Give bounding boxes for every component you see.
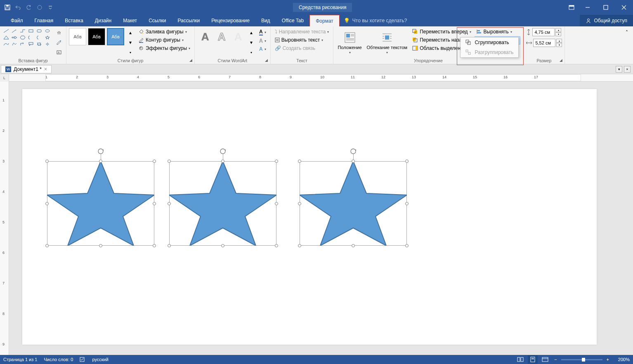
shape-style-3[interactable]: Абв (107, 28, 124, 45)
shape-curve-icon[interactable] (2, 41, 10, 47)
shape-ellipse-icon[interactable] (44, 28, 51, 34)
resize-handle-bl[interactable] (45, 244, 49, 247)
resize-handle-tr[interactable] (405, 160, 409, 163)
tab-file[interactable]: Файл (5, 15, 29, 26)
shape-fill-button[interactable]: Заливка фигуры▾ (137, 28, 192, 35)
text-effects-button[interactable]: A▾ (257, 45, 268, 53)
resize-handle-t[interactable] (99, 160, 102, 163)
wrap-text-button[interactable]: Обтекание текстом▾ (365, 28, 409, 57)
resize-handle-t[interactable] (352, 160, 355, 163)
shapes-more-button[interactable] (54, 28, 64, 37)
ruler-corner[interactable]: L (0, 74, 9, 82)
resize-handle-br[interactable] (153, 244, 156, 247)
bring-forward-button[interactable]: Переместить вперед▾ (411, 28, 472, 35)
star-shape-2[interactable] (169, 161, 276, 246)
shape-bracket-icon[interactable] (27, 35, 35, 40)
resize-handle-tl[interactable] (45, 160, 49, 163)
shape-styles-launcher[interactable]: ◢ (188, 57, 194, 63)
wordart-launcher[interactable]: ◢ (264, 57, 269, 63)
tab-mailings[interactable]: Рассылки (172, 15, 205, 26)
width-input[interactable]: 5,52 см (533, 39, 555, 47)
star-shape-3[interactable] (300, 161, 407, 246)
shape-style-2[interactable]: Абв (88, 28, 105, 45)
shape-sun-icon[interactable] (44, 41, 51, 47)
resize-handle-b[interactable] (221, 244, 224, 247)
star-shape-1[interactable] (47, 161, 154, 246)
tab-review[interactable]: Рецензирование (205, 15, 255, 26)
wordart-style-2[interactable]: A (214, 28, 229, 45)
resize-handle-br[interactable] (405, 244, 409, 247)
save-icon[interactable] (3, 3, 12, 12)
resize-handle-l[interactable] (45, 202, 49, 205)
shape-triangle-icon[interactable] (2, 35, 10, 40)
edit-shape-button[interactable] (54, 38, 64, 47)
collapse-ribbon-button[interactable]: ˄ (622, 28, 631, 37)
align-objects-button[interactable]: Выровнять▾ (475, 28, 521, 35)
tab-references[interactable]: Ссылки (143, 15, 172, 26)
resize-handle-l[interactable] (168, 202, 171, 205)
doctabs-close-button[interactable]: × (624, 66, 631, 73)
resize-handle-br[interactable] (275, 244, 278, 247)
shape-connector-icon[interactable] (19, 28, 26, 34)
tab-layout[interactable]: Макет (117, 15, 143, 26)
close-button[interactable] (615, 0, 633, 15)
shape-outline-button[interactable]: Контур фигуры▾ (137, 36, 192, 44)
maximize-button[interactable] (597, 0, 615, 15)
group-item-group[interactable]: Сгруппировать (461, 38, 518, 47)
shape-rect-icon[interactable] (27, 28, 35, 34)
shapes-gallery[interactable] (2, 28, 51, 57)
resize-handle-bl[interactable] (298, 244, 301, 247)
document-tab[interactable]: W Документ1 * × (1, 65, 52, 73)
shape-arrow-icon[interactable] (11, 28, 18, 34)
align-text-button[interactable]: Выровнять текст▾ (273, 36, 331, 44)
resize-handle-r[interactable] (153, 202, 156, 205)
ribbon-display-options-icon[interactable] (565, 0, 579, 15)
doctab-close-button[interactable]: × (44, 66, 47, 72)
height-down-button[interactable]: ▾ (555, 32, 561, 36)
shape-brace-icon[interactable] (35, 35, 43, 40)
vertical-ruler[interactable]: document.write([1,2,3,4,5,6,7,8,9].map((… (0, 82, 9, 355)
shape-arrow-right-icon[interactable] (11, 35, 18, 40)
position-button[interactable]: Положение▾ (336, 28, 363, 57)
shape-effects-button[interactable]: Эффекты фигуры▾ (137, 45, 192, 52)
document-area[interactable]: document.write([1,2,3,4,5,6,7,8,9].map((… (0, 82, 633, 355)
tell-me-search[interactable]: 💡 Что вы хотите сделать? (340, 15, 411, 26)
shape-roundrect-icon[interactable] (35, 28, 43, 34)
tab-view[interactable]: Вид (255, 15, 276, 26)
share-button[interactable]: Общий доступ (580, 15, 633, 26)
text-box-button[interactable]: A (54, 48, 64, 57)
resize-handle-b[interactable] (352, 244, 355, 247)
redo-icon[interactable] (25, 3, 33, 12)
width-up-button[interactable]: ▴ (556, 39, 562, 43)
text-outline-button[interactable]: A▾ (257, 37, 268, 45)
size-launcher[interactable]: ◢ (558, 57, 564, 63)
horizontal-ruler[interactable]: L document.write([1,2,3,4,5,6,7,8,9,10,1… (0, 74, 633, 82)
resize-handle-tr[interactable] (275, 160, 278, 163)
tab-format[interactable]: Формат (309, 15, 340, 26)
wordart-style-1[interactable]: A (197, 28, 213, 45)
page[interactable]: const starPos=[{l:60,t:175},{l:356,t:175… (22, 89, 597, 345)
shape-line-icon[interactable] (2, 28, 10, 34)
resize-handle-tl[interactable] (298, 160, 301, 163)
wordart-more-button[interactable]: ▾ (247, 48, 256, 57)
shape-arrow-bent-icon[interactable] (19, 41, 26, 47)
shape-hexagon-icon[interactable] (19, 35, 26, 40)
tab-office-tab[interactable]: Office Tab (276, 15, 310, 26)
wordart-up-button[interactable]: ▴ (247, 28, 256, 37)
undo-icon[interactable] (14, 3, 22, 12)
height-up-button[interactable]: ▴ (555, 28, 561, 32)
wordart-style-3[interactable]: A (230, 28, 246, 45)
qat-extra-icon[interactable] (35, 3, 44, 12)
width-down-button[interactable]: ▾ (556, 43, 562, 47)
tab-home[interactable]: Главная (29, 15, 59, 26)
shape-styles-down-button[interactable]: ▾ (126, 38, 135, 47)
tab-design[interactable]: Дизайн (89, 15, 117, 26)
resize-handle-r[interactable] (275, 202, 278, 205)
qat-customize-icon[interactable] (46, 3, 54, 12)
doctabs-menu-button[interactable]: ▾ (616, 66, 622, 73)
height-input[interactable]: 4,75 см (532, 28, 555, 36)
shape-freeform-icon[interactable] (11, 41, 18, 47)
resize-handle-t[interactable] (221, 160, 224, 163)
shape-callout-icon[interactable] (27, 41, 35, 47)
resize-handle-r[interactable] (405, 202, 409, 205)
